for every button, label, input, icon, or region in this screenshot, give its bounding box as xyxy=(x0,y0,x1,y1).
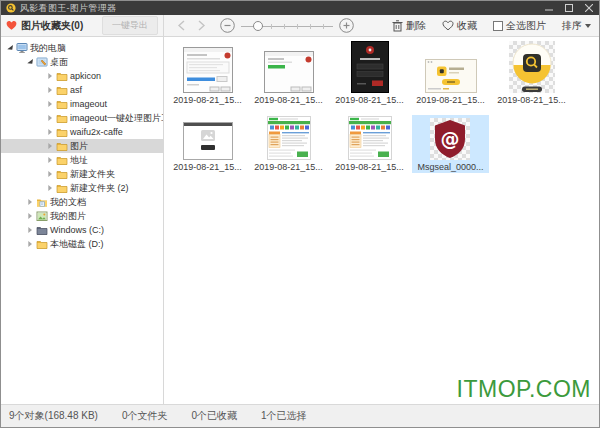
trash-icon xyxy=(392,20,403,32)
thumbnail-grid: 2019-08-21_15...2019-08-21_15...2019-08-… xyxy=(164,37,599,173)
collapse-arrow-icon[interactable] xyxy=(26,58,34,66)
thumbnail-item-7[interactable]: 2019-08-21_15... xyxy=(248,106,329,173)
status-objects: 9个对象(168.48 KB) xyxy=(9,409,98,423)
sidebar-item-imageout[interactable]: imageout xyxy=(1,97,163,111)
zoom-in-icon[interactable] xyxy=(339,18,354,33)
svg-text:@: @ xyxy=(441,128,460,150)
folder-icon xyxy=(36,238,48,250)
thumbnail-filename: 2019-08-21_15... xyxy=(254,95,323,105)
sidebar-item-asf[interactable]: asf xyxy=(1,83,163,97)
favorites-header: 图片收藏夹(0) 一键导出 xyxy=(1,15,164,36)
export-button[interactable]: 一键导出 xyxy=(102,16,158,35)
expand-arrow-icon[interactable] xyxy=(46,184,54,192)
delete-button[interactable]: 删除 xyxy=(392,19,426,33)
expand-arrow-icon[interactable] xyxy=(46,114,54,122)
expand-arrow-icon[interactable] xyxy=(46,128,54,136)
thumbnail-selected: @Msgseal_0000... xyxy=(412,115,488,173)
sidebar-item-my-computer[interactable]: 我的电脑 xyxy=(1,41,163,55)
thumbnail-item-6[interactable]: 2019-08-21_15... xyxy=(167,106,248,173)
thumbnail-filename: 2019-08-21_15... xyxy=(416,95,485,105)
statusbar: 9个对象(168.48 KB) 0个文件夹 0个已收藏 1个已选择 xyxy=(1,404,599,427)
thumbnail-filename: 2019-08-21_15... xyxy=(173,95,242,105)
sidebar-item-desktop[interactable]: 桌面 xyxy=(1,55,163,69)
sidebar-item-new-folder-2[interactable]: 新建文件夹 (2) xyxy=(1,181,163,195)
expand-arrow-icon[interactable] xyxy=(26,240,34,248)
minimize-button[interactable] xyxy=(539,1,559,15)
thumbnail-body: 2019-08-21_15... xyxy=(330,38,409,106)
sidebar-item-address[interactable]: 地址 xyxy=(1,153,163,167)
sidebar-item-imageout-tool[interactable]: imageout一键处理图片工具 xyxy=(1,111,163,125)
expand-arrow-icon[interactable] xyxy=(26,198,34,206)
thumbnail-body: 2019-08-21_15... xyxy=(411,56,490,106)
sidebar-item-windows-c[interactable]: Windows (C:) xyxy=(1,223,163,237)
slider-thumb[interactable] xyxy=(253,21,263,31)
thumbnail-item-5[interactable]: 2019-08-21_15... xyxy=(491,39,572,106)
forward-icon[interactable] xyxy=(194,19,208,33)
folder-dark-icon xyxy=(36,224,48,236)
sort-button[interactable]: 排序 xyxy=(562,19,591,33)
collapse-arrow-icon[interactable] xyxy=(6,44,14,52)
sidebar-item-new-folder[interactable]: 新建文件夹 xyxy=(1,167,163,181)
zoom-out-icon[interactable] xyxy=(220,18,235,33)
thumbnail-image-dialog-green xyxy=(264,51,314,93)
thumbnail-item-1[interactable]: 2019-08-21_15... xyxy=(167,39,248,106)
thumbnail-image-website xyxy=(348,116,392,160)
folder-icon xyxy=(56,112,68,124)
favorite-button[interactable]: 收藏 xyxy=(442,19,477,33)
sidebar-item-my-pictures[interactable]: 我的图片 xyxy=(1,209,163,223)
sidebar-item-label: 我的文档 xyxy=(50,196,86,209)
sidebar-item-label: asf xyxy=(70,85,82,95)
sidebar-item-label: imageout xyxy=(70,99,107,109)
thumbnail-filename: 2019-08-21_15... xyxy=(335,95,404,105)
action-buttons: 删除 收藏 全选图片 排序 xyxy=(376,19,591,33)
status-folders: 0个文件夹 xyxy=(122,409,168,423)
sidebar-item-apkicon[interactable]: apkicon xyxy=(1,69,163,83)
pictures-icon xyxy=(36,210,48,222)
thumbnail-image-app-window xyxy=(183,122,233,160)
folder-icon xyxy=(56,126,68,138)
sidebar-item-label: Windows (C:) xyxy=(50,225,104,235)
sidebar-item-label: 桌面 xyxy=(50,56,68,69)
select-all-button[interactable]: 全选图片 xyxy=(493,19,546,33)
expand-arrow-icon[interactable] xyxy=(46,100,54,108)
status-favorited: 0个已收藏 xyxy=(192,409,238,423)
thumbnail-item-4[interactable]: 2019-08-21_15... xyxy=(410,39,491,106)
sidebar-item-waifu2x-caffe[interactable]: waifu2x-caffe xyxy=(1,125,163,139)
thumbnail-image-dialog-blue xyxy=(183,47,233,93)
folder-icon xyxy=(56,98,68,110)
thumbnail-size-slider[interactable] xyxy=(241,18,333,34)
expand-arrow-icon[interactable] xyxy=(46,142,54,150)
navigation-zoom-controls xyxy=(174,18,360,34)
sidebar-item-label: waifu2x-caffe xyxy=(70,127,123,137)
expand-arrow-icon[interactable] xyxy=(46,72,54,80)
thumbnail-item-2[interactable]: 2019-08-21_15... xyxy=(248,39,329,106)
thumbnail-item-8[interactable]: 2019-08-21_15... xyxy=(329,106,410,173)
thumbnail-body: 2019-08-21_15... xyxy=(492,38,571,106)
thumbnail-item-9[interactable]: @Msgseal_0000... xyxy=(410,106,491,173)
thumbnail-body: 2019-08-21_15... xyxy=(168,44,247,106)
sidebar-item-label: 本地磁盘 (D:) xyxy=(50,238,104,251)
sidebar-item-my-documents[interactable]: 我的文档 xyxy=(1,195,163,209)
sidebar-item-pictures-folder[interactable]: 图片 xyxy=(1,139,163,153)
thumbnail-image-msgseal: @ xyxy=(430,118,470,160)
expand-arrow-icon[interactable] xyxy=(46,86,54,94)
expand-arrow-icon[interactable] xyxy=(46,156,54,164)
expand-arrow-icon[interactable] xyxy=(26,212,34,220)
expand-arrow-icon[interactable] xyxy=(46,170,54,178)
thumbnail-image-app-logo xyxy=(509,41,555,93)
heart-outline-icon xyxy=(442,20,454,31)
sidebar-item-label: 我的电脑 xyxy=(30,42,66,55)
thumbnail-filename: 2019-08-21_15... xyxy=(254,162,323,172)
maximize-button[interactable] xyxy=(559,1,579,15)
sidebar-item-local-disk-d[interactable]: 本地磁盘 (D:) xyxy=(1,237,163,251)
back-icon[interactable] xyxy=(174,19,188,33)
close-button[interactable] xyxy=(579,1,599,15)
expand-arrow-icon[interactable] xyxy=(26,226,34,234)
thumbnail-image-dark-login xyxy=(351,41,389,93)
computer-icon xyxy=(16,42,28,54)
thumbnail-body: 2019-08-21_15... xyxy=(249,113,328,173)
thumbnail-item-3[interactable]: 2019-08-21_15... xyxy=(329,39,410,106)
desktop-icon xyxy=(36,56,48,68)
app-logo-icon xyxy=(6,3,16,13)
thumbnail-filename: 2019-08-21_15... xyxy=(173,162,242,172)
